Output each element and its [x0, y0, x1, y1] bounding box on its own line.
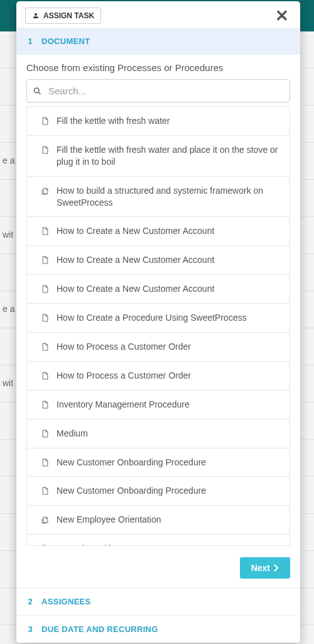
search-wrap [26, 79, 290, 103]
step-due-date[interactable]: 3 DUE DATE AND RECURRING [16, 615, 300, 643]
svg-line-1 [38, 92, 40, 94]
modal-header: ASSIGN TASK ✕ [16, 1, 300, 28]
document-label: New Employee Orientation [57, 514, 161, 526]
list-item[interactable]: How to Create a New Customer Account [27, 274, 290, 303]
list-item[interactable]: Procedure Title [27, 534, 290, 546]
list-item[interactable]: New Customer Onboarding Procedure [27, 476, 290, 505]
list-item[interactable]: How to build a structured and systemic f… [27, 176, 290, 217]
list-item[interactable]: How to Create a New Customer Account [27, 245, 290, 274]
modal-footer: Next [16, 548, 300, 587]
document-label: How to build a structured and systemic f… [57, 185, 281, 209]
document-label: How to Create a New Customer Account [57, 225, 214, 237]
assign-task-modal: ASSIGN TASK ✕ 1 DOCUMENT Choose from exi… [16, 1, 300, 643]
document-label: How to Process a Customer Order [57, 370, 191, 382]
document-label: Medium [57, 428, 88, 440]
file-icon [41, 342, 49, 352]
file-icon [41, 255, 49, 265]
document-label: Procedure Title [57, 543, 116, 546]
files-icon [41, 186, 49, 196]
step-number: 1 [26, 36, 34, 46]
file-icon [41, 145, 49, 155]
document-list: Fill the kettle with fresh waterFill the… [26, 106, 290, 546]
file-icon [41, 226, 49, 236]
file-icon [41, 116, 49, 126]
search-icon [33, 86, 42, 96]
search-input[interactable] [26, 79, 290, 103]
document-label: New Customer Onboarding Procedure [57, 457, 206, 469]
step-label: DOCUMENT [41, 36, 90, 46]
modal-body: Choose from existing Processes or Proced… [16, 55, 300, 548]
step-assignees[interactable]: 2 ASSIGNEES [16, 587, 300, 615]
document-label: Fill the kettle with fresh water [57, 115, 170, 127]
list-item[interactable]: New Customer Onboarding Procedure [27, 448, 290, 477]
document-label: How to Create a New Customer Account [57, 254, 214, 266]
file-icon [41, 371, 49, 380]
svg-point-0 [35, 88, 40, 93]
list-item[interactable]: Fill the kettle with fresh water [27, 106, 290, 135]
assign-task-button[interactable]: ASSIGN TASK [25, 8, 101, 24]
file-icon [41, 284, 49, 294]
list-item[interactable]: How to Create a Procedure Using SweetPro… [27, 303, 290, 332]
file-icon [41, 400, 49, 409]
assign-task-label: ASSIGN TASK [43, 11, 94, 20]
file-icon [41, 486, 49, 496]
list-item[interactable]: New Employee Orientation [27, 505, 290, 534]
document-label: How to Create a Procedure Using SweetPro… [57, 312, 247, 324]
user-icon [32, 12, 40, 19]
step-number: 2 [26, 597, 34, 606]
document-label: Fill the kettle with fresh water and pla… [57, 144, 281, 168]
close-icon[interactable]: ✕ [273, 8, 291, 24]
list-item[interactable]: Medium [27, 419, 290, 448]
document-label: New Customer Onboarding Procedure [57, 485, 206, 497]
list-item[interactable]: How to Create a New Customer Account [27, 216, 290, 245]
file-icon [41, 458, 49, 467]
document-label: Inventory Management Procedure [57, 399, 190, 411]
file-icon [41, 544, 49, 546]
chevron-right-icon [274, 564, 279, 572]
document-label: How to Create a New Customer Account [57, 283, 214, 295]
document-label: How to Process a Customer Order [57, 341, 191, 353]
file-icon [41, 313, 49, 323]
file-icon [41, 429, 49, 438]
step-label: DUE DATE AND RECURRING [41, 625, 158, 634]
next-button[interactable]: Next [240, 557, 290, 579]
step-number: 3 [26, 625, 34, 634]
choose-prompt: Choose from existing Processes or Proced… [26, 62, 290, 73]
step-document[interactable]: 1 DOCUMENT [16, 28, 300, 55]
files-icon [41, 515, 49, 525]
list-item[interactable]: How to Process a Customer Order [27, 361, 290, 390]
list-item[interactable]: Fill the kettle with fresh water and pla… [27, 135, 290, 176]
list-item[interactable]: Inventory Management Procedure [27, 390, 290, 419]
step-label: ASSIGNEES [41, 597, 91, 606]
next-button-label: Next [251, 563, 270, 573]
list-item[interactable]: How to Process a Customer Order [27, 332, 290, 361]
